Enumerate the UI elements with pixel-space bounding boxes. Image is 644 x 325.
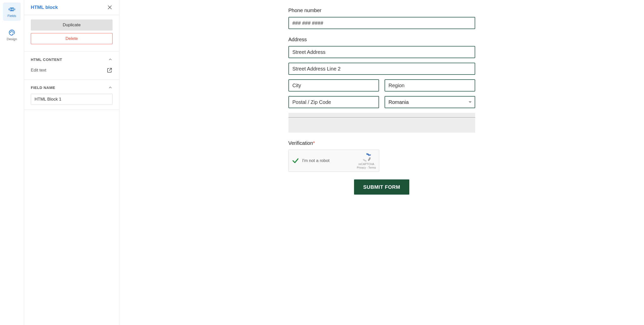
street2-input[interactable] xyxy=(288,63,475,75)
section-field-name-title: FIELD NAME xyxy=(31,85,55,90)
rail-tab-fields[interactable]: Fields xyxy=(3,3,21,21)
recaptcha-icon xyxy=(361,152,371,162)
recaptcha-badge-text: reCAPTCHA xyxy=(359,162,374,166)
html-block-selected[interactable] xyxy=(288,113,475,133)
chevron-up-icon xyxy=(108,57,113,62)
close-icon xyxy=(107,5,113,10)
recaptcha-badge: reCAPTCHA Privacy - Terms xyxy=(357,152,376,169)
street1-input[interactable] xyxy=(288,46,475,58)
recaptcha-box[interactable]: I'm not a robot reCAPTCHA Privacy - xyxy=(288,150,379,172)
duplicate-button[interactable]: Duplicate xyxy=(31,19,113,31)
captcha-text: I'm not a robot xyxy=(302,158,357,163)
chevron-up-icon xyxy=(108,85,113,90)
required-asterisk: * xyxy=(313,140,315,146)
submit-wrap: SUBMIT FORM xyxy=(288,179,475,195)
svg-point-1 xyxy=(10,32,11,32)
edit-text-row[interactable]: Edit text xyxy=(31,62,113,75)
recaptcha-links: Privacy - Terms xyxy=(357,166,376,169)
left-rail: Fields Design xyxy=(0,0,24,325)
recaptcha-privacy-link[interactable]: Privacy xyxy=(357,166,366,169)
phone-input[interactable] xyxy=(288,17,475,29)
recaptcha-terms-link[interactable]: Terms xyxy=(368,166,376,169)
section-field-name-header[interactable]: FIELD NAME xyxy=(31,85,113,90)
form-preview: Phone number Address xyxy=(288,0,475,325)
address-grid xyxy=(288,46,475,108)
open-external-icon xyxy=(106,67,113,73)
panel-title: HTML block xyxy=(31,5,58,10)
svg-point-2 xyxy=(12,31,12,31)
section-field-name: FIELD NAME xyxy=(24,79,119,110)
section-html-content-header[interactable]: HTML CONTENT xyxy=(31,57,113,62)
address-label: Address xyxy=(288,37,475,42)
phone-group: Phone number xyxy=(288,8,475,29)
verification-label: Verification* xyxy=(288,140,475,146)
delete-button[interactable]: Delete xyxy=(31,33,113,44)
palette-icon xyxy=(8,29,15,36)
section-html-content-title: HTML CONTENT xyxy=(31,57,62,62)
region-input[interactable] xyxy=(385,79,475,91)
rail-tab-design[interactable]: Design xyxy=(3,26,21,44)
rail-tab-fields-label: Fields xyxy=(8,14,16,18)
panel-actions: Duplicate Delete xyxy=(24,15,119,51)
close-panel-button[interactable] xyxy=(107,5,113,10)
text-field-icon xyxy=(8,6,15,13)
address-group: Address xyxy=(288,37,475,108)
panel-header: HTML block xyxy=(24,0,119,15)
verification-group: Verification* I'm not a robot xyxy=(288,140,475,172)
app-root: Fields Design HTML block Duplicate Delet… xyxy=(0,0,644,325)
form-canvas: Phone number Address xyxy=(119,0,644,325)
edit-text-label: Edit text xyxy=(31,68,46,73)
postal-input[interactable] xyxy=(288,96,379,108)
phone-label: Phone number xyxy=(288,8,475,13)
country-select[interactable] xyxy=(385,96,475,108)
section-html-content: HTML CONTENT Edit text xyxy=(24,51,119,79)
html-block-hr xyxy=(288,117,475,118)
country-select-wrap xyxy=(385,96,475,108)
rail-tab-design-label: Design xyxy=(7,37,17,41)
field-name-input[interactable] xyxy=(31,94,113,105)
property-panel: HTML block Duplicate Delete HTML CONTENT… xyxy=(24,0,119,325)
svg-point-3 xyxy=(13,32,13,32)
city-input[interactable] xyxy=(288,79,379,91)
checkmark-icon xyxy=(292,157,299,165)
submit-button[interactable]: SUBMIT FORM xyxy=(354,179,409,195)
